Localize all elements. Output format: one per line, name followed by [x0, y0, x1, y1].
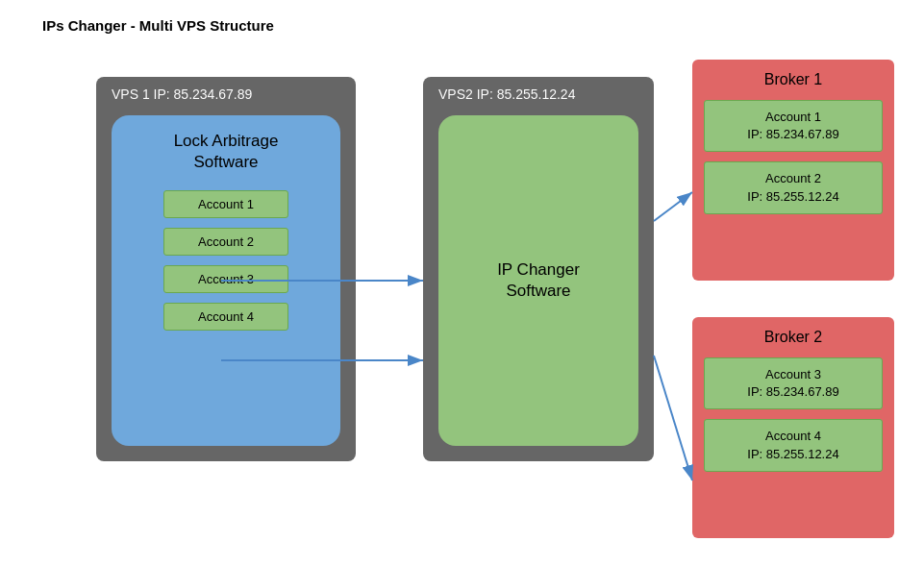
broker1-account1[interactable]: Account 1IP: 85.234.67.89: [704, 100, 883, 152]
vps2-label: VPS2 IP: 85.255.12.24: [438, 86, 575, 102]
vps2-inner: IP ChangerSoftware: [438, 115, 638, 446]
broker1-account2[interactable]: Account 2IP: 85.255.12.24: [704, 161, 883, 213]
vps1-account3[interactable]: Account 3: [163, 265, 288, 293]
vps1-inner: Lock ArbitrageSoftware Account 1 Account…: [112, 115, 340, 446]
vps1-account2[interactable]: Account 2: [163, 228, 288, 256]
broker2-label: Broker 2: [704, 329, 883, 346]
broker1-container: Broker 1 Account 1IP: 85.234.67.89 Accou…: [692, 60, 894, 281]
vps1-account4[interactable]: Account 4: [163, 303, 288, 331]
vps1-account1[interactable]: Account 1: [163, 190, 288, 218]
svg-line-3: [654, 192, 692, 221]
page-title: IPs Changer - Multi VPS Structure: [42, 17, 274, 34]
broker1-label: Broker 1: [704, 71, 883, 88]
vps2-software-label: IP ChangerSoftware: [497, 259, 580, 302]
broker2-account3[interactable]: Account 3IP: 85.234.67.89: [704, 357, 883, 409]
svg-line-4: [654, 356, 692, 480]
vps1-label: VPS 1 IP: 85.234.67.89: [112, 86, 252, 102]
vps1-software-label: Lock ArbitrageSoftware: [174, 131, 279, 173]
vps1-container: VPS 1 IP: 85.234.67.89 Lock ArbitrageSof…: [96, 77, 356, 461]
vps2-container: VPS2 IP: 85.255.12.24 IP ChangerSoftware: [423, 77, 654, 461]
broker2-container: Broker 2 Account 3IP: 85.234.67.89 Accou…: [692, 317, 894, 538]
broker2-account4[interactable]: Account 4IP: 85.255.12.24: [704, 419, 883, 471]
